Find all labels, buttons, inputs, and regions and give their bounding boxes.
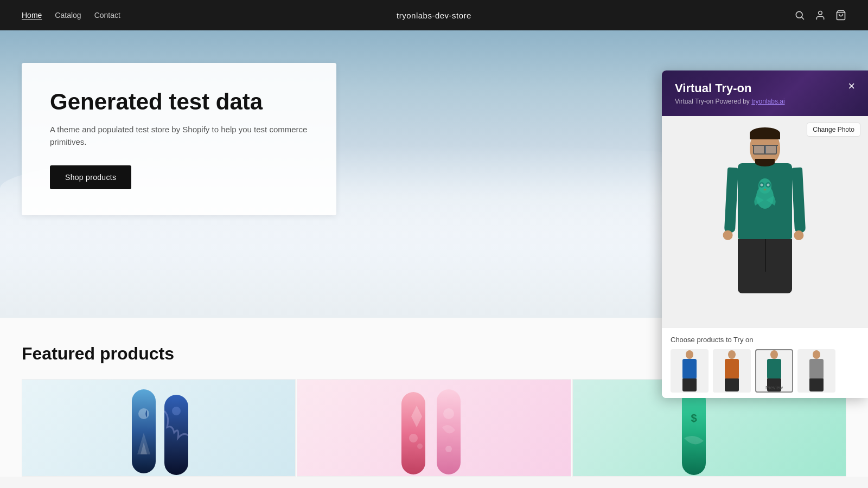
navbar: Home Catalog Contact tryonlabs-dev-store: [0, 0, 868, 30]
svg-point-0: [796, 11, 802, 18]
svg-text:$: $: [691, 412, 697, 424]
tryon-thumb-2[interactable]: [713, 349, 751, 393]
nav-links: Home Catalog Contact: [22, 11, 120, 20]
tryon-thumb-1[interactable]: [671, 349, 709, 393]
svg-point-35: [767, 184, 770, 187]
hero-subtitle: A theme and populated test store by Shop…: [50, 124, 308, 148]
person-body: [738, 163, 792, 239]
product-card-1[interactable]: [22, 379, 296, 477]
person-hair: [750, 127, 780, 139]
tryon-product-thumbs: Preview: [671, 349, 859, 393]
hero-title: Generated test data: [50, 89, 308, 115]
svg-line-1: [802, 17, 804, 20]
svg-rect-21: [401, 392, 425, 474]
thumb-preview-label: Preview: [765, 385, 783, 390]
tryon-header: Virtual Try-on Virtual Try-on Powered by…: [662, 70, 868, 116]
tryon-title: Virtual Try-on: [675, 81, 785, 95]
person-hand-left: [723, 230, 733, 240]
person-pants: [738, 239, 792, 293]
store-brand: tryonlabs-dev-store: [397, 11, 471, 20]
person-head: [750, 130, 780, 165]
tryon-subtitle-link[interactable]: tryonlabs.ai: [751, 98, 784, 105]
tryon-panel: Virtual Try-on Virtual Try-on Powered by…: [662, 70, 868, 398]
product-card-2[interactable]: [297, 379, 571, 477]
svg-point-34: [761, 184, 763, 187]
svg-point-23: [409, 434, 418, 442]
account-icon[interactable]: [815, 10, 826, 21]
tryon-close-button[interactable]: ×: [848, 80, 855, 92]
svg-point-24: [417, 444, 423, 449]
tryon-products-label: Choose products to Try on: [671, 336, 859, 344]
cart-icon[interactable]: [835, 10, 846, 21]
person-arm-right: [792, 168, 806, 233]
svg-point-27: [445, 446, 452, 452]
tryon-thumb-4[interactable]: [797, 349, 835, 393]
person-beard: [755, 159, 775, 166]
person-model: [711, 130, 819, 314]
tryon-products-section: Choose products to Try on: [662, 328, 868, 398]
pants-seam: [765, 239, 766, 272]
svg-rect-15: [132, 389, 156, 473]
search-icon[interactable]: [794, 10, 805, 21]
person-hand-right: [794, 230, 804, 241]
tryon-header-content: Virtual Try-on Virtual Try-on Powered by…: [675, 81, 785, 105]
nav-link-contact[interactable]: Contact: [94, 11, 120, 20]
nav-icon-group: [794, 10, 846, 21]
tryon-thumb-3[interactable]: Preview: [755, 349, 793, 393]
nav-link-catalog[interactable]: Catalog: [55, 11, 81, 20]
svg-point-16: [138, 408, 149, 419]
hero-card: Generated test data A theme and populate…: [22, 63, 336, 215]
person-glasses: [752, 145, 778, 151]
tryon-preview-area: Change Photo: [662, 116, 868, 328]
person-arm-left: [724, 168, 738, 233]
svg-point-20: [172, 407, 181, 415]
shop-products-button[interactable]: Shop products: [50, 165, 131, 189]
svg-point-26: [443, 408, 454, 419]
tshirt-design: [749, 174, 781, 212]
tryon-subtitle: Virtual Try-on Powered by tryonlabs.ai: [675, 98, 785, 105]
svg-point-2: [819, 11, 822, 15]
svg-rect-28: [682, 388, 706, 475]
nav-link-home[interactable]: Home: [22, 11, 42, 20]
